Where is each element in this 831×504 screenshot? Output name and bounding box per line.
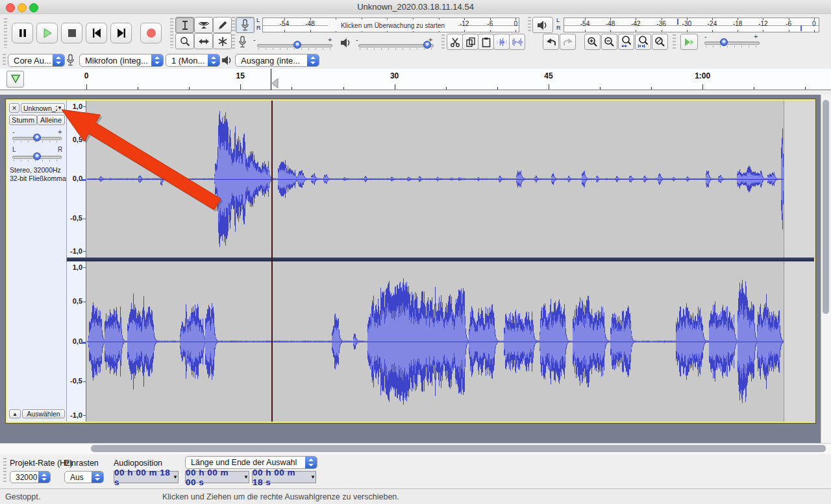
undo-button[interactable] <box>543 34 559 50</box>
play-at-speed-button[interactable] <box>680 34 698 50</box>
mute-button[interactable]: Stumm <box>9 115 37 125</box>
cut-button[interactable] <box>447 34 463 50</box>
selection-toolbar: Projekt-Rate (Hz) 32000 Einrasten Aus Au… <box>0 454 831 489</box>
horizontal-scrollbar-thumb[interactable] <box>91 445 826 452</box>
selection-toolbar-grip[interactable] <box>3 458 6 484</box>
gain-thumb[interactable] <box>33 134 41 141</box>
zoom-toggle-button[interactable] <box>652 34 668 50</box>
record-volume-slider[interactable] <box>257 40 332 51</box>
transport-toolbar-grip[interactable] <box>4 18 7 48</box>
project-rate-select[interactable]: 32000 <box>10 471 51 483</box>
audio-position-caret-icon[interactable]: ▼ <box>173 474 178 480</box>
tools-toolbar-grip[interactable] <box>170 18 173 48</box>
selection-tool-button[interactable] <box>175 17 194 33</box>
playback-volume-thumb[interactable] <box>423 41 431 49</box>
playback-meter-grip[interactable] <box>528 17 531 32</box>
meter-tick-label: 0 <box>804 20 824 27</box>
trim-audio-button[interactable] <box>493 34 510 50</box>
playback-meter[interactable]: -54-48-42-36-30-24-18-12-60 <box>564 18 819 32</box>
redo-icon <box>563 38 573 47</box>
skip-to-start-button[interactable] <box>86 23 107 43</box>
audio-position-label: Audioposition <box>114 459 162 468</box>
track-select-button[interactable]: Auswählen <box>22 409 65 418</box>
waveform-right-channel[interactable] <box>87 261 815 422</box>
record-meter-grip[interactable] <box>232 17 235 32</box>
pan-thumb[interactable] <box>33 152 41 160</box>
record-meter[interactable]: -54-48-42-36-30-24-18-12-60Klicken um Üb… <box>262 18 519 32</box>
pan-slider[interactable] <box>12 152 62 162</box>
playback-speed-thumb[interactable] <box>720 38 728 46</box>
snap-select[interactable]: Aus <box>64 471 104 483</box>
output-device-select[interactable]: Ausgang (inte... <box>235 54 319 67</box>
timeline-tick <box>805 87 806 90</box>
output-device-value: Ausgang (inte... <box>241 56 300 66</box>
selection-start-field[interactable]: 00 h 00 m 00 s ▼ <box>185 471 249 483</box>
audio-position-field[interactable]: 00 h 00 m 18 s ▼ <box>114 471 179 483</box>
gain-slider[interactable] <box>12 133 62 143</box>
track-control-panel[interactable]: × Unknown_20 ▼ Stumm Alleine - + L R <box>7 101 67 422</box>
input-channels-select[interactable]: 1 (Mon... <box>166 54 220 67</box>
pause-button[interactable] <box>12 23 33 43</box>
title-bar[interactable]: Unknown_2020.03.18.11.14.54 <box>0 0 831 15</box>
track-close-button[interactable]: × <box>9 103 19 113</box>
playback-volume-slider[interactable] <box>358 40 434 51</box>
record-volume-mic-icon <box>238 36 247 49</box>
paste-button[interactable] <box>478 34 494 50</box>
timeline-ruler[interactable]: 01530451:00 <box>0 69 831 90</box>
vertical-scrollbar-thumb[interactable] <box>823 100 829 314</box>
playback-meter-speaker-button[interactable] <box>532 17 553 33</box>
selection-edge-handle[interactable] <box>271 78 279 89</box>
track-name-button[interactable]: Unknown_20 ▼ <box>21 103 65 113</box>
waveform-left-channel[interactable] <box>87 101 815 258</box>
skip-to-end-button[interactable] <box>110 23 132 43</box>
horizontal-scrollbar[interactable] <box>0 443 831 455</box>
meter-tick-mark <box>515 18 516 20</box>
play-button[interactable] <box>36 23 58 43</box>
multi-tool-button[interactable] <box>213 33 232 49</box>
track-collapse-button[interactable]: ▲ <box>9 409 21 418</box>
record-button[interactable] <box>140 23 162 43</box>
solo-button[interactable]: Alleine <box>37 115 65 125</box>
timeline-pin-button[interactable] <box>6 71 24 88</box>
zoom-selection-button[interactable] <box>618 34 634 50</box>
record-volume-thumb[interactable] <box>293 41 301 49</box>
input-channels-stepper-icon <box>208 54 219 66</box>
selection-end-caret-icon[interactable]: ▼ <box>310 474 316 480</box>
edit-toolbar-grip[interactable] <box>441 34 445 50</box>
zoom-out-button[interactable] <box>601 34 617 50</box>
device-toolbar-grip[interactable] <box>3 54 6 67</box>
vertical-scrollbar[interactable] <box>821 95 831 443</box>
vertical-ruler-right-channel[interactable]: 1,00,50,0-0,5-1,0 <box>67 261 86 422</box>
track-canvas-area[interactable]: × Unknown_20 ▼ Stumm Alleine - + L R <box>0 95 831 443</box>
zoom-tool-button[interactable] <box>175 33 194 49</box>
input-device-select[interactable]: Mikrofon (integ... <box>79 54 164 67</box>
output-device-stepper-icon <box>307 54 319 66</box>
record-meter-mic-button[interactable] <box>236 17 254 33</box>
playback-speed-slider[interactable] <box>704 38 760 48</box>
zoom-project-button[interactable] <box>635 34 651 50</box>
envelope-tool-button[interactable] <box>194 17 213 33</box>
stop-button[interactable] <box>61 23 82 43</box>
selection-end-field[interactable]: 00 h 00 m 18 s ▼ <box>252 471 316 483</box>
zoom-in-button[interactable] <box>584 34 601 50</box>
mixer-toolbar-grip[interactable] <box>232 34 235 50</box>
timeline-tick <box>240 84 241 90</box>
skip-to-start-icon <box>91 28 103 38</box>
collapse-icon: ▲ <box>12 411 18 417</box>
copy-button[interactable] <box>462 34 478 50</box>
scissors-icon <box>450 37 460 47</box>
playspeed-toolbar-grip[interactable] <box>673 34 676 50</box>
draw-tool-button[interactable] <box>213 17 232 33</box>
timeshift-tool-button[interactable] <box>194 33 213 49</box>
vertical-ruler-left-channel[interactable]: 1,00,50,0-0,5-1,0 <box>67 101 86 258</box>
silence-audio-button[interactable] <box>509 34 525 50</box>
timeline-tick <box>600 87 601 90</box>
audio-track[interactable]: × Unknown_20 ▼ Stumm Alleine - + L R <box>5 99 816 424</box>
selection-start-caret-icon[interactable]: ▼ <box>243 474 249 480</box>
zoom-in-icon <box>587 36 598 47</box>
meter-tick-label: -48 <box>601 20 620 27</box>
host-select[interactable]: Core Au... <box>8 54 65 67</box>
amplitude-tick <box>83 381 86 382</box>
record-meter-monitor-text[interactable]: Klicken um Überwachung zu starten <box>328 19 458 31</box>
redo-button[interactable] <box>560 34 576 50</box>
